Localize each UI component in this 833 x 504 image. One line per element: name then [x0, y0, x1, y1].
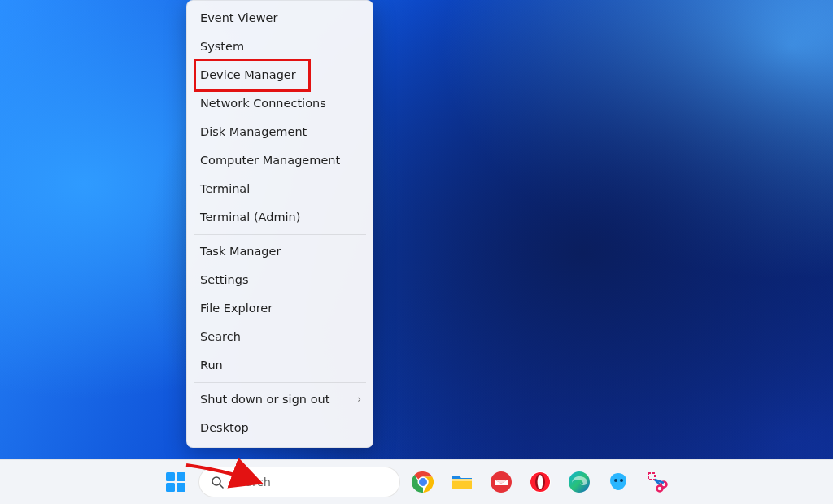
- taskbar-app-assistant[interactable]: [602, 466, 635, 498]
- menu-item-event-viewer[interactable]: Event Viewer: [187, 4, 373, 33]
- svg-point-18: [620, 479, 623, 482]
- desktop-wallpaper: [0, 0, 833, 460]
- taskbar-app-chrome[interactable]: [407, 466, 439, 498]
- menu-item-label: Computer Management: [200, 154, 340, 167]
- taskbar-app-opera[interactable]: [524, 466, 556, 498]
- menu-item-label: Disk Management: [200, 125, 307, 138]
- taskbar: Search: [0, 459, 833, 504]
- assistant-icon: [607, 471, 630, 493]
- menu-item-label: Run: [200, 358, 223, 371]
- menu-item-disk-management[interactable]: Disk Management: [187, 118, 373, 146]
- winx-power-menu: Event Viewer System Device Manager Netwo…: [186, 0, 373, 448]
- start-button[interactable]: [159, 466, 192, 498]
- taskbar-app-file-explorer[interactable]: [446, 466, 478, 498]
- search-icon: [211, 476, 224, 489]
- menu-item-terminal[interactable]: Terminal: [187, 175, 373, 203]
- svg-point-15: [538, 475, 543, 489]
- svg-rect-1: [177, 472, 185, 481]
- svg-rect-3: [177, 483, 185, 492]
- menu-item-label: Network Connections: [200, 97, 326, 110]
- menu-item-desktop[interactable]: Desktop: [187, 414, 373, 442]
- svg-point-8: [419, 478, 427, 486]
- menu-item-computer-management[interactable]: Computer Management: [187, 146, 373, 175]
- menu-item-settings[interactable]: Settings: [187, 266, 373, 294]
- chevron-right-icon: ›: [357, 385, 361, 414]
- svg-rect-0: [166, 472, 175, 481]
- menu-item-label: Task Manager: [200, 245, 281, 258]
- menu-item-label: Desktop: [200, 421, 249, 434]
- menu-separator: [194, 382, 366, 383]
- menu-item-search[interactable]: Search: [187, 323, 373, 351]
- menu-item-file-explorer[interactable]: File Explorer: [187, 294, 373, 323]
- menu-item-terminal-admin[interactable]: Terminal (Admin): [187, 203, 373, 232]
- menu-item-label: File Explorer: [200, 302, 273, 315]
- taskbar-app-mail[interactable]: [485, 466, 517, 498]
- menu-item-device-manager[interactable]: Device Manager: [187, 61, 373, 89]
- menu-item-task-manager[interactable]: Task Manager: [187, 237, 373, 266]
- svg-point-17: [614, 479, 617, 482]
- taskbar-search[interactable]: Search: [198, 467, 400, 497]
- menu-item-label: Terminal: [200, 182, 250, 195]
- svg-rect-2: [166, 483, 175, 492]
- menu-item-label: Device Manager: [200, 68, 296, 81]
- menu-item-label: Settings: [200, 273, 248, 286]
- taskbar-app-snipping-tool[interactable]: [641, 466, 674, 498]
- menu-item-label: Event Viewer: [200, 11, 277, 24]
- menu-separator: [194, 234, 366, 235]
- svg-rect-19: [648, 473, 655, 480]
- opera-icon: [529, 471, 552, 493]
- menu-item-label: Shut down or sign out: [200, 393, 329, 406]
- svg-rect-10: [452, 479, 472, 481]
- menu-item-shutdown-signout[interactable]: Shut down or sign out ›: [187, 385, 373, 414]
- menu-item-network-connections[interactable]: Network Connections: [187, 89, 373, 118]
- file-explorer-icon: [451, 471, 473, 493]
- chrome-icon: [412, 471, 434, 493]
- edge-icon: [568, 471, 591, 493]
- search-placeholder: Search: [230, 476, 271, 489]
- canada-post-icon: [490, 471, 512, 493]
- menu-item-label: Search: [200, 330, 241, 343]
- menu-item-system[interactable]: System: [187, 33, 373, 61]
- svg-line-5: [220, 484, 223, 488]
- menu-item-label: Terminal (Admin): [200, 211, 300, 224]
- snipping-tool-icon: [646, 471, 669, 493]
- menu-item-label: System: [200, 40, 244, 53]
- start-icon: [165, 471, 186, 493]
- taskbar-app-edge[interactable]: [563, 466, 595, 498]
- menu-item-run[interactable]: Run: [187, 351, 373, 380]
